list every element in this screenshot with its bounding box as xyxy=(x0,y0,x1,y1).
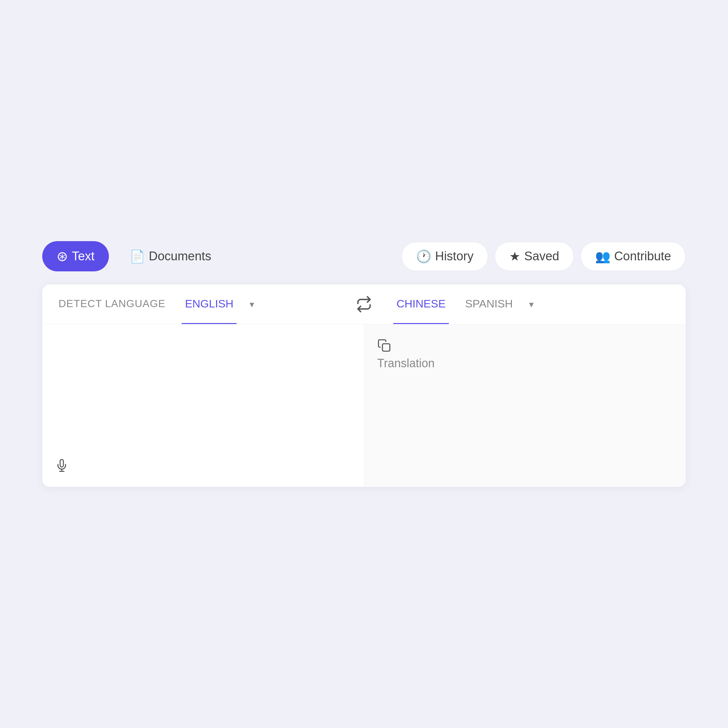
microphone-button[interactable] xyxy=(55,459,68,475)
swap-languages-button[interactable] xyxy=(348,296,380,312)
history-button[interactable]: 🕐 History xyxy=(401,242,488,271)
documents-tab-button[interactable]: 📄 Documents xyxy=(115,242,226,271)
source-panel xyxy=(42,324,364,487)
copy-button[interactable] xyxy=(377,339,399,353)
document-icon: 📄 xyxy=(130,249,145,263)
translation-area: Translation xyxy=(42,324,686,487)
people-icon: 👥 xyxy=(595,249,610,263)
history-label: History xyxy=(435,249,474,263)
saved-button[interactable]: ★ Saved xyxy=(495,242,574,271)
translator-card: DETECT LANGUAGE ENGLISH ▾ CHINESE SPANIS… xyxy=(42,284,686,487)
target-languages: CHINESE SPANISH ▾ xyxy=(380,284,686,324)
detect-language-tab[interactable]: DETECT LANGUAGE xyxy=(55,285,169,324)
contribute-label: Contribute xyxy=(614,249,671,263)
translation-output: Translation xyxy=(377,356,673,370)
saved-label: Saved xyxy=(524,249,559,263)
source-languages: DETECT LANGUAGE ENGLISH ▾ xyxy=(42,284,348,324)
text-tab-label: Text xyxy=(72,249,95,263)
svg-rect-2 xyxy=(382,344,390,351)
documents-tab-label: Documents xyxy=(149,249,211,263)
target-panel: Translation xyxy=(364,324,686,487)
toolbar: ⊛ Text 📄 Documents 🕐 History ★ Saved 👥 C… xyxy=(42,241,686,271)
chevron-down-icon: ▾ xyxy=(249,299,254,310)
language-bar: DETECT LANGUAGE ENGLISH ▾ CHINESE SPANIS… xyxy=(42,284,686,324)
star-icon: ★ xyxy=(509,249,520,263)
english-tab[interactable]: ENGLISH xyxy=(182,284,237,324)
spanish-tab[interactable]: SPANISH xyxy=(462,284,516,324)
chinese-tab[interactable]: CHINESE xyxy=(393,284,449,324)
translate-icon: ⊛ xyxy=(57,248,68,264)
toolbar-left: ⊛ Text 📄 Documents xyxy=(42,241,226,271)
source-language-dropdown[interactable]: ▾ xyxy=(249,296,254,313)
chevron-down-icon-target: ▾ xyxy=(529,299,534,310)
toolbar-right: 🕐 History ★ Saved 👥 Contribute xyxy=(401,242,686,271)
target-language-dropdown[interactable]: ▾ xyxy=(529,296,534,313)
app-container: ⊛ Text 📄 Documents 🕐 History ★ Saved 👥 C… xyxy=(23,222,705,506)
source-text-input[interactable] xyxy=(55,337,351,467)
contribute-button[interactable]: 👥 Contribute xyxy=(580,242,686,271)
history-icon: 🕐 xyxy=(416,249,431,263)
text-tab-button[interactable]: ⊛ Text xyxy=(42,241,109,271)
